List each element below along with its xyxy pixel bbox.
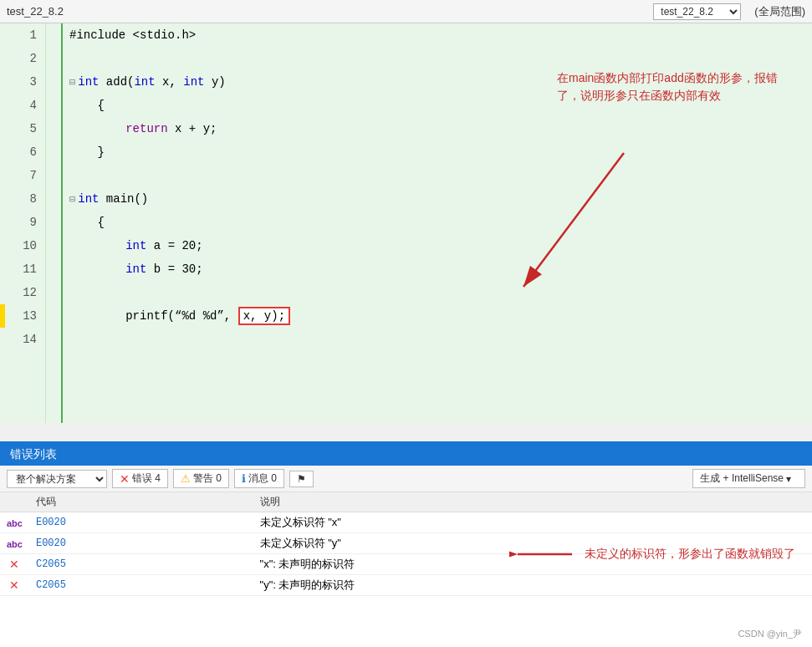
svg-line-1 <box>523 153 624 287</box>
warning-count-button[interactable]: ⚠ 警告 0 <box>173 469 229 488</box>
warning-icon: ⚠ <box>181 472 191 485</box>
line-num-7: 7 <box>0 164 45 187</box>
row3-icon: ✕ <box>0 554 29 575</box>
error-toolbar: 整个解决方案 ✕ 错误 4 ⚠ 警告 0 ℹ 消息 0 ⚑ 生成 + Intel… <box>0 466 812 492</box>
code-line-12 <box>69 281 812 304</box>
code-line-9: { <box>69 211 812 234</box>
bottom-annotation: 未定义的标识符，形参出了函数就销毁了 <box>509 543 795 566</box>
row1-icon: abc <box>0 512 29 533</box>
line-num-11: 11 <box>0 257 45 281</box>
error-panel-header: 错误列表 <box>0 444 812 466</box>
line-num-4: 4 <box>0 94 45 117</box>
code-line-14 <box>69 328 812 351</box>
code-line-10: int a = 20; <box>69 234 812 257</box>
error-count-button[interactable]: ✕ 错误 4 <box>112 469 168 488</box>
error-count-label: 错误 4 <box>132 471 161 486</box>
line-num-13: 13 <box>0 304 45 328</box>
line-num-2: 2 <box>0 47 45 70</box>
bottom-arrow-svg <box>509 543 576 566</box>
code-line-8: ⊟int main() <box>69 187 812 211</box>
filter-button[interactable]: ⚑ <box>289 471 314 487</box>
editor-gutter <box>46 23 63 423</box>
code-line-13: printf(“%d %d”, x, y); <box>69 304 812 328</box>
row4-icon: ✕ <box>0 575 29 596</box>
code-line-5: return x + y; <box>69 117 812 140</box>
watermark: CSDN @yin_尹 <box>738 628 802 640</box>
top-bar: test_22_8.2 test_22_8.2 (全局范围) <box>0 0 812 23</box>
code-line-2 <box>69 47 812 70</box>
annotation-text: 在main函数内部打印add函数的形参，报错了，说明形参只在函数内部有效 <box>557 69 799 104</box>
intellisense-label: 生成 + IntelliSense <box>700 471 784 486</box>
filter-icon: ⚑ <box>297 473 306 485</box>
file-dropdown[interactable]: test_22_8.2 <box>653 3 741 20</box>
line-num-10: 10 <box>0 234 45 257</box>
row1-code: E0020 <box>29 512 253 533</box>
intellisense-button[interactable]: 生成 + IntelliSense ▾ <box>692 469 805 488</box>
row2-code: E0020 <box>29 533 253 554</box>
editor-area: 1 2 3 4 5 6 7 8 9 10 11 12 13 14 #includ… <box>0 23 812 423</box>
line-numbers: 1 2 3 4 5 6 7 8 9 10 11 12 13 14 <box>0 23 46 423</box>
line-num-5: 5 <box>0 117 45 140</box>
info-count-button[interactable]: ℹ 消息 0 <box>234 469 284 488</box>
row3-code: C2065 <box>29 554 253 575</box>
info-count-label: 消息 0 <box>248 471 277 486</box>
col-desc: 说明 <box>253 492 812 512</box>
scope-label: (全局范围) <box>754 4 805 19</box>
file-title: test_22_8.2 <box>7 5 653 18</box>
error-row-4[interactable]: ✕ C2065 "y": 未声明的标识符 <box>0 575 812 596</box>
col-icon <box>0 492 29 512</box>
scope-dropdown[interactable]: 整个解决方案 <box>7 470 107 488</box>
code-line-6: } <box>69 140 812 164</box>
code-line-1: #include <stdio.h> <box>69 23 812 47</box>
line-num-8: 8 <box>0 187 45 211</box>
warning-count-label: 警告 0 <box>193 471 222 486</box>
code-line-7 <box>69 164 812 187</box>
annotation-arrow <box>507 145 674 312</box>
line-num-6: 6 <box>0 140 45 164</box>
line-num-3: 3 <box>0 70 45 94</box>
row2-icon: abc <box>0 533 29 554</box>
error-row-1[interactable]: abc E0020 未定义标识符 "x" <box>0 512 812 533</box>
annotation-block: 在main函数内部打印add函数的形参，报错了，说明形参只在函数内部有效 <box>557 69 799 104</box>
error-panel: 错误列表 整个解决方案 ✕ 错误 4 ⚠ 警告 0 ℹ 消息 0 ⚑ 生成 + … <box>0 441 812 647</box>
line-num-1: 1 <box>0 23 45 47</box>
col-code: 代码 <box>29 492 253 512</box>
line-num-9: 9 <box>0 211 45 234</box>
row1-desc: 未定义标识符 "x" <box>253 512 812 533</box>
line-num-12: 12 <box>0 281 45 304</box>
error-panel-title: 错误列表 <box>10 447 57 462</box>
error-icon: ✕ <box>120 472 130 486</box>
code-line-11: int b = 30; <box>69 257 812 281</box>
intellisense-arrow-icon: ▾ <box>786 473 791 485</box>
error-table-header: 代码 说明 <box>0 492 812 512</box>
row4-desc: "y": 未声明的标识符 <box>253 575 812 596</box>
info-icon: ℹ <box>242 472 246 485</box>
row4-code: C2065 <box>29 575 253 596</box>
bottom-annotation-text: 未定义的标识符，形参出了函数就销毁了 <box>585 547 795 562</box>
line-num-14: 14 <box>0 328 45 351</box>
